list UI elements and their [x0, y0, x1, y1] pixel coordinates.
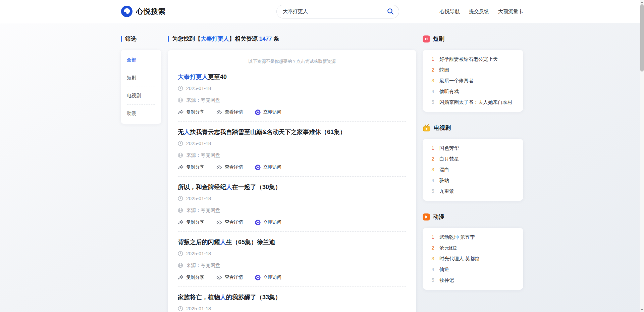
share-icon [178, 220, 183, 225]
eye-icon [216, 109, 222, 115]
ranking-item[interactable]: 1 国色芳华 [431, 145, 515, 151]
rank-title: 牧神记 [439, 277, 454, 283]
globe-icon [178, 263, 183, 268]
result-title-segment: 扶我青云志我自踏雪至山巅&名动天下之家事难休（61集） [190, 129, 346, 135]
result-title[interactable]: 所以，和金牌经纪人在一起了（30集） [178, 183, 406, 191]
ranking-item[interactable]: 3 最后一个修真者 [431, 78, 515, 83]
visit-now-button[interactable]: 立即访问 [255, 164, 281, 170]
result-source-text: 来源：夸克网盘 [186, 152, 220, 158]
ranking-section-title-text: 电视剧 [434, 124, 451, 132]
result-actions: 复制分享 查看详情 [178, 109, 406, 115]
results-card: 以下资源不是你想要的？点击尝试获取新资源 大奉打更人更至40 2025-01-1… [168, 50, 416, 312]
result-date: 2025-01-18 [178, 251, 406, 256]
rank-title: 漂白 [439, 167, 449, 172]
title-accent-bar [121, 36, 122, 42]
search-button[interactable] [385, 6, 395, 16]
copy-share-button[interactable]: 复制分享 [178, 274, 204, 280]
filter-item-anime[interactable]: 动漫 [127, 105, 155, 122]
copy-share-button[interactable]: 复制分享 [178, 219, 204, 225]
visit-now-button[interactable]: 立即访问 [255, 109, 281, 115]
ranking-item[interactable]: 5 牧神记 [431, 277, 515, 283]
nav-link-feedback[interactable]: 提交反馈 [469, 8, 489, 15]
ranking-item[interactable]: 2 白月梵星 [431, 156, 515, 162]
nav-link-data-card[interactable]: 大额流量卡 [498, 8, 523, 15]
rank-title: 国色芳华 [439, 145, 459, 151]
divider [178, 286, 406, 287]
scrollbar[interactable] [640, 0, 644, 312]
ranking-card: 1 武动乾坤 第五季 2 沧元图2 3 时光代理人 英都篇 4 仙逆 [423, 228, 523, 290]
brand-name: 心悦搜索 [136, 7, 166, 16]
view-detail-button[interactable]: 查看详情 [216, 109, 243, 115]
content: 筛选 全部 短剧 电视剧 动漫 为您找到【大奉打更人】相关资源 1477 条 以… [121, 23, 523, 312]
clock-icon [178, 86, 183, 91]
result-title[interactable]: 家族将亡，植物人的我苏醒了（33集） [178, 294, 406, 301]
ranking-section-anime: 动漫 1 武动乾坤 第五季 2 沧元图2 3 时光代理人 英都篇 [423, 213, 523, 290]
ranking-section-title-text: 动漫 [433, 213, 444, 221]
ranking-item[interactable]: 4 偷听有戏 [431, 89, 515, 94]
result-date: 2025-01-18 [178, 306, 406, 311]
ranking-item[interactable]: 5 闪婚京圈太子爷：夫人她来自农村 [431, 99, 515, 105]
header: 心悦搜索 心悦导航 提交反馈 大额流量卡 [0, 0, 644, 23]
header-nav: 心悦导航 提交反馈 大额流量卡 [440, 8, 523, 15]
ranking-item[interactable]: 4 驻站 [431, 178, 515, 183]
search-box [276, 5, 399, 18]
tv-icon [423, 124, 431, 132]
scrollbar-thumb[interactable] [640, 4, 644, 72]
result-item: 大奉打更人更至40 2025-01-18 [178, 73, 406, 122]
scrollbar-up-arrow[interactable] [640, 0, 644, 4]
search-input[interactable] [283, 9, 385, 14]
filter-card: 全部 短剧 电视剧 动漫 [121, 50, 161, 124]
view-detail-button[interactable]: 查看详情 [216, 164, 243, 170]
filter-item-all[interactable]: 全部 [127, 51, 155, 69]
visit-now-button[interactable]: 立即访问 [255, 274, 281, 280]
ranking-section-title-text: 短剧 [433, 35, 444, 43]
result-title-segment: 的我苏醒了（33集） [226, 294, 281, 301]
ranking-item[interactable]: 2 沧元图2 [431, 245, 515, 251]
filter-item-tv[interactable]: 电视剧 [127, 87, 155, 105]
visit-icon [255, 275, 261, 280]
divider [178, 176, 406, 177]
result-date-text: 2025-01-18 [186, 251, 211, 256]
rank-number: 1 [431, 56, 435, 62]
result-title[interactable]: 背叛之后的闪耀人生（65集）徐兰迪 [178, 238, 406, 246]
filter-item-shortplay[interactable]: 短剧 [127, 69, 155, 87]
rank-title: 武动乾坤 第五季 [439, 234, 475, 240]
ranking-item[interactable]: 5 九重紫 [431, 188, 515, 194]
ranking-section-title: 短剧 [423, 35, 523, 43]
visit-now-button[interactable]: 立即访问 [255, 219, 281, 225]
nav-link-navigation[interactable]: 心悦导航 [440, 8, 460, 15]
ranking-item[interactable]: 2 蛇园 [431, 67, 515, 73]
result-title[interactable]: 大奉打更人更至40 [178, 73, 406, 81]
rank-number: 4 [431, 178, 435, 183]
shortplay-icon [423, 35, 430, 43]
copy-share-button[interactable]: 复制分享 [178, 164, 204, 170]
view-detail-button[interactable]: 查看详情 [216, 274, 243, 280]
results-heading-text: 为您找到【大奉打更人】相关资源 1477 条 [172, 35, 279, 43]
ranking-item[interactable]: 4 仙逆 [431, 267, 515, 272]
brand[interactable]: 心悦搜索 [121, 5, 166, 17]
ranking-item[interactable]: 3 漂白 [431, 167, 515, 172]
result-date-text: 2025-01-18 [186, 306, 211, 311]
results-heading: 为您找到【大奉打更人】相关资源 1477 条 [168, 35, 416, 43]
scrollbar-down-arrow[interactable] [640, 308, 644, 312]
search-icon [387, 8, 394, 15]
rank-number: 4 [431, 89, 435, 94]
copy-share-button[interactable]: 复制分享 [178, 109, 204, 115]
result-title[interactable]: 无人扶我青云志我自踏雪至山巅&名动天下之家事难休（61集） [178, 128, 406, 136]
result-date: 2025-01-18 [178, 86, 406, 91]
results-main: 为您找到【大奉打更人】相关资源 1477 条 以下资源不是你想要的？点击尝试获取… [168, 35, 416, 312]
result-date-text: 2025-01-18 [186, 196, 211, 201]
ranking-item[interactable]: 1 武动乾坤 第五季 [431, 234, 515, 240]
ranking-item[interactable]: 1 好孕甜妻被钻石老公宠上天 [431, 56, 515, 62]
result-item: 无人扶我青云志我自踏雪至山巅&名动天下之家事难休（61集） 2025-01-18 [178, 128, 406, 177]
result-item: 背叛之后的闪耀人生（65集）徐兰迪 2025-01-18 [178, 238, 406, 287]
rank-title: 沧元图2 [439, 245, 457, 251]
ranking-card: 1 国色芳华 2 白月梵星 3 漂白 4 驻站 [423, 139, 523, 201]
rank-number: 2 [431, 156, 435, 162]
globe-icon [178, 152, 183, 158]
globe-icon [178, 97, 183, 103]
refresh-results-link[interactable]: 以下资源不是你想要的？点击尝试获取新资源 [178, 58, 406, 64]
globe-icon [178, 208, 183, 213]
ranking-item[interactable]: 3 时光代理人 英都篇 [431, 256, 515, 261]
view-detail-button[interactable]: 查看详情 [216, 219, 243, 225]
